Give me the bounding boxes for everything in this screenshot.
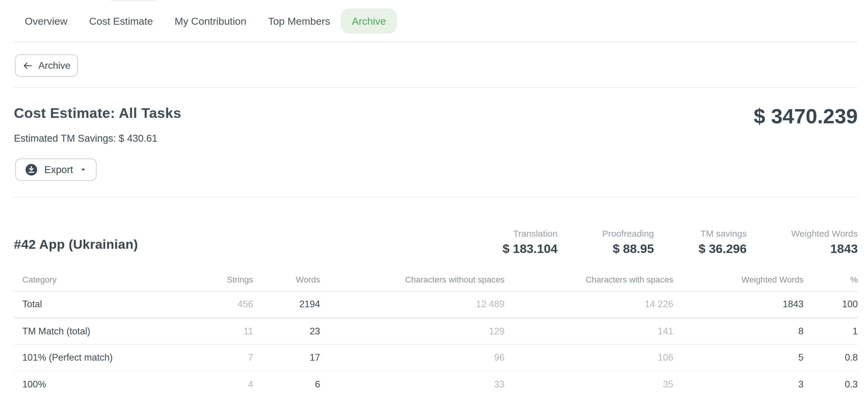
cutoff-element-top <box>110 0 158 1</box>
cell-chars-without-spaces: 96 <box>320 344 504 371</box>
cell-weighted-words: 3 <box>673 371 804 397</box>
tab-overview[interactable]: Overview <box>14 8 79 34</box>
table-header-row: Category Strings Words Characters withou… <box>14 268 858 291</box>
task-stats: Translation $ 183.104 Proofreading $ 88.… <box>458 227 858 258</box>
cell-chars-with-spaces: 35 <box>504 371 673 397</box>
tab-bar-divider <box>14 41 858 42</box>
tab-top-members[interactable]: Top Members <box>257 8 341 34</box>
cell-strings: 4 <box>170 371 253 397</box>
cell-chars-without-spaces: 129 <box>320 318 504 344</box>
task-title: #42 App (Ukrainian) <box>14 236 138 253</box>
section-divider <box>14 87 858 88</box>
section-divider <box>14 197 858 197</box>
export-label: Export <box>44 164 73 176</box>
table-row-101-perfect-match: 101% (Perfect match) 7 17 96 106 5 0.8 <box>14 344 858 371</box>
cell-category: Total <box>14 291 170 318</box>
cell-percent: 1 <box>804 318 858 344</box>
cell-words: 23 <box>253 318 320 344</box>
stat-value: $ 183.104 <box>503 240 558 258</box>
total-cost-amount: $ 3470.239 <box>754 104 858 129</box>
col-header-strings: Strings <box>170 268 253 291</box>
col-header-category: Category <box>14 268 170 291</box>
stat-value: $ 36.296 <box>699 240 747 258</box>
cell-weighted-words: 1843 <box>673 291 804 318</box>
cell-strings: 456 <box>170 291 253 318</box>
stat-tm-savings: TM savings $ 36.296 <box>699 227 747 258</box>
col-header-weighted-words: Weighted Words <box>673 268 804 291</box>
cell-words: 2194 <box>253 291 320 318</box>
stat-label: Translation <box>503 227 558 240</box>
tab-bar: Overview Cost Estimate My Contribution T… <box>14 8 397 34</box>
chevron-down-icon <box>80 166 87 173</box>
stat-proofreading: Proofreading $ 88.95 <box>602 227 654 258</box>
export-button[interactable]: Export <box>15 158 97 181</box>
col-header-chars-with-spaces: Characters with spaces <box>504 268 673 291</box>
cost-estimate-archive-page: Overview Cost Estimate My Contribution T… <box>0 0 868 398</box>
download-icon <box>25 163 38 176</box>
col-header-percent: % <box>804 268 858 291</box>
stat-label: Weighted Words <box>791 227 858 240</box>
cell-percent: 0.3 <box>804 371 858 397</box>
cell-chars-with-spaces: 106 <box>504 344 673 371</box>
table-row-total: Total 456 2194 12 489 14 226 1843 100 <box>14 291 858 318</box>
col-header-chars-without-spaces: Characters without spaces <box>320 268 504 291</box>
cell-chars-with-spaces: 141 <box>504 318 673 344</box>
stat-value: $ 88.95 <box>602 240 654 258</box>
cell-words: 17 <box>253 344 320 371</box>
tab-my-contribution[interactable]: My Contribution <box>164 8 257 34</box>
cell-words: 6 <box>253 371 320 397</box>
cell-chars-with-spaces: 14 226 <box>504 291 673 318</box>
cell-weighted-words: 5 <box>673 344 804 371</box>
stat-translation: Translation $ 183.104 <box>503 227 558 258</box>
cell-chars-without-spaces: 12 489 <box>320 291 504 318</box>
archive-back-label: Archive <box>38 60 70 71</box>
cost-table: Category Strings Words Characters withou… <box>14 268 858 397</box>
stat-value: 1843 <box>791 240 858 258</box>
stat-weighted-words: Weighted Words 1843 <box>791 227 858 258</box>
cell-weighted-words: 8 <box>673 318 804 344</box>
stat-label: TM savings <box>699 227 747 240</box>
tab-cost-estimate[interactable]: Cost Estimate <box>79 8 164 34</box>
cell-strings: 7 <box>170 344 253 371</box>
table-row-100: 100% 4 6 33 35 3 0.3 <box>14 371 858 397</box>
tab-archive[interactable]: Archive <box>341 8 397 34</box>
stat-label: Proofreading <box>602 227 654 240</box>
cell-category: TM Match (total) <box>14 318 170 344</box>
cell-category: 100% <box>14 371 170 397</box>
cell-strings: 11 <box>170 318 253 344</box>
estimated-tm-savings: Estimated TM Savings: $ 430.61 <box>14 132 157 145</box>
arrow-left-icon <box>22 60 33 71</box>
cell-category: 101% (Perfect match) <box>14 344 170 371</box>
archive-back-button[interactable]: Archive <box>15 54 78 77</box>
cell-percent: 0.8 <box>804 344 858 371</box>
cell-chars-without-spaces: 33 <box>320 371 504 397</box>
table-row-tm-match: TM Match (total) 11 23 129 141 8 1 <box>14 318 858 344</box>
page-title: Cost Estimate: All Tasks <box>14 104 181 122</box>
col-header-words: Words <box>253 268 320 291</box>
cell-percent: 100 <box>804 291 858 318</box>
